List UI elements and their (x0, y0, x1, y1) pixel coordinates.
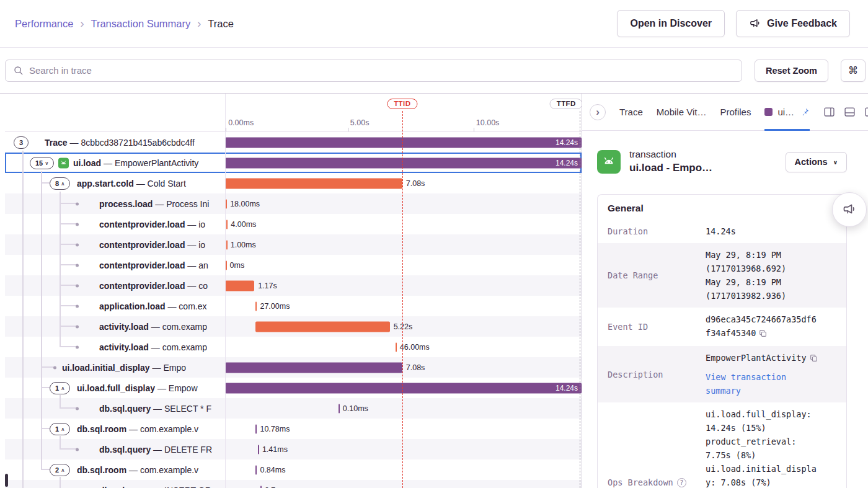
tab-trace[interactable]: Trace (619, 94, 643, 131)
tree-connector (41, 387, 50, 388)
trace-rows: 3Trace — 8cbbcd38721b415ab6cbdc4ff14.24s… (5, 132, 582, 488)
kv-key: Duration (608, 224, 706, 238)
span-bar-cell: 18.00ms (225, 193, 582, 214)
span-bar-cell: 14.24s (225, 132, 582, 153)
chevron-down-icon: ∨ (45, 160, 48, 166)
trace-row[interactable]: 2∧db.sql.room — com.example.v0.84ms (5, 459, 582, 480)
span-tick[interactable] (260, 486, 262, 488)
trace-row[interactable]: 1∧ui.load.full_display — Empow14.24s (5, 378, 582, 398)
span-tick[interactable] (396, 342, 397, 352)
trace-row[interactable]: ui.load.initial_display — Empo7.08s (5, 357, 582, 378)
trace-row[interactable]: contentprovider.load — co1.17s (5, 275, 582, 296)
span-label: contentprovider.load — io (99, 234, 205, 255)
tree-connector (60, 436, 61, 449)
span-tick[interactable] (226, 220, 228, 229)
span-bar[interactable]: 14.24s (225, 157, 582, 168)
span-tick[interactable] (258, 445, 259, 454)
search-input[interactable] (29, 65, 734, 76)
span-bar-cell: 2.7 (225, 480, 582, 488)
give-feedback-button[interactable]: Give Feedback (736, 10, 850, 37)
span-count-badge[interactable]: 15∨ (30, 157, 54, 169)
span-count-badge[interactable]: 8∧ (50, 177, 70, 190)
span-op: contentprovider.load (99, 240, 185, 250)
help-icon[interactable]: ? (677, 478, 686, 487)
breadcrumb-performance[interactable]: Performance (15, 18, 73, 30)
span-label: activity.load — com.examp (99, 337, 207, 357)
trace-row[interactable]: contentprovider.load — io1.00ms (5, 234, 582, 255)
tab-mobile-vitals[interactable]: Mobile Vit… (657, 94, 707, 131)
trace-row[interactable]: contentprovider.load — an0ms (5, 255, 582, 275)
span-description: INSERT OR (164, 486, 211, 488)
kv-link[interactable]: View transaction (706, 370, 836, 384)
tab-profiles[interactable]: Profiles (720, 94, 751, 131)
trace-row[interactable]: db.sql.query — SELECT * F0.10ms (5, 398, 582, 419)
trace-row-tree: contentprovider.load — co (5, 275, 225, 296)
trace-row[interactable]: 1∧db.sql.room — com.example.v10.78ms (5, 419, 582, 439)
span-count-badge[interactable]: 1∧ (50, 423, 70, 435)
vertical-scrollbar-thumb[interactable] (5, 474, 8, 487)
trace-row[interactable]: contentprovider.load — io4.00ms (5, 214, 582, 234)
span-tick[interactable] (255, 465, 257, 474)
span-bar[interactable] (225, 178, 402, 189)
span-separator: — (151, 404, 164, 414)
tab-ui-load-active[interactable]: ui… (764, 94, 810, 131)
span-tick[interactable] (255, 424, 257, 433)
span-tick[interactable] (339, 404, 340, 413)
span-tick[interactable] (226, 240, 228, 249)
span-bar[interactable] (225, 362, 402, 373)
span-duration-label: 5.22s (394, 322, 413, 331)
kv-key: Ops Breakdown? (608, 477, 706, 488)
chevron-up-icon: ∧ (61, 385, 64, 391)
span-bar[interactable] (255, 321, 389, 332)
span-leaf-dot (76, 448, 79, 451)
span-duration-label: 1.00ms (231, 241, 256, 249)
pin-icon[interactable] (800, 107, 810, 117)
tree-timeline-divider[interactable] (225, 94, 226, 488)
trace-row[interactable]: activity.load — com.examp46.00ms (5, 337, 582, 357)
span-label: ui.load.initial_display — Empo (62, 357, 186, 378)
axis-tick-label: 10.00s (476, 118, 500, 127)
breadcrumb-transaction-summary[interactable]: Transaction Summary (91, 18, 190, 30)
kv-value-line: product_retrieval: (706, 435, 836, 448)
kv-link[interactable]: summary (706, 384, 836, 397)
trace-row[interactable]: 8∧app.start.cold — Cold Start7.08s (5, 173, 582, 193)
layout-drawer-bottom-icon[interactable] (844, 106, 856, 118)
span-bar[interactable]: 14.24s (225, 383, 582, 393)
span-separator: — (185, 240, 198, 250)
trace-row[interactable]: db.sql.query — INSERT OR2.7 (5, 480, 582, 488)
actions-button[interactable]: Actions ∨ (786, 152, 847, 172)
trace-row-tree: contentprovider.load — io (5, 234, 225, 255)
tree-connector (41, 366, 55, 368)
span-description: Empow (169, 383, 198, 393)
copy-icon[interactable] (810, 352, 818, 366)
span-count-badge[interactable]: 3 (14, 136, 29, 149)
span-tick[interactable] (255, 301, 257, 311)
layout-drawer-right-icon[interactable] (864, 106, 868, 118)
span-separator: — (166, 301, 179, 311)
trace-row[interactable]: process.load — Process Ini18.00ms (5, 193, 582, 214)
open-in-discover-button[interactable]: Open in Discover (617, 10, 725, 37)
span-tick[interactable] (226, 199, 227, 208)
span-bar[interactable] (225, 280, 254, 291)
layout-sidebar-right-icon[interactable] (823, 106, 835, 118)
expand-drawer-button[interactable]: › (590, 104, 606, 120)
span-bar[interactable]: 14.24s (225, 137, 582, 148)
copy-icon[interactable] (759, 327, 767, 341)
span-description: 8cbbcd38721b415ab6cbdc4ff (81, 138, 194, 148)
trace-row[interactable]: application.load — com.ex27.00ms (5, 296, 582, 316)
span-count-badge[interactable]: 2∧ (50, 464, 70, 476)
trace-row-tree: activity.load — com.examp (5, 316, 225, 337)
span-separator: — (126, 465, 140, 475)
trace-row[interactable]: activity.load — com.examp5.22s (5, 316, 582, 337)
trace-row-tree: ui.load.initial_display — Empo (5, 357, 225, 378)
trace-row[interactable]: 15∨ui.load — EmpowerPlantActivity14.24s (5, 153, 582, 173)
span-count-badge[interactable]: 1∧ (50, 382, 70, 394)
trace-row[interactable]: db.sql.query — DELETE FR1.41ms (5, 439, 582, 459)
trace-row-tree: 1∧ui.load.full_display — Empow (5, 378, 225, 398)
trace-row[interactable]: 3Trace — 8cbbcd38721b415ab6cbdc4ff14.24s (5, 132, 582, 153)
search-input-wrapper[interactable] (5, 60, 742, 82)
feedback-fab-button[interactable] (832, 192, 867, 227)
shortcut-command-button[interactable]: ⌘ (841, 60, 866, 82)
span-op: contentprovider.load (99, 220, 185, 229)
reset-zoom-button[interactable]: Reset Zoom (755, 60, 828, 82)
